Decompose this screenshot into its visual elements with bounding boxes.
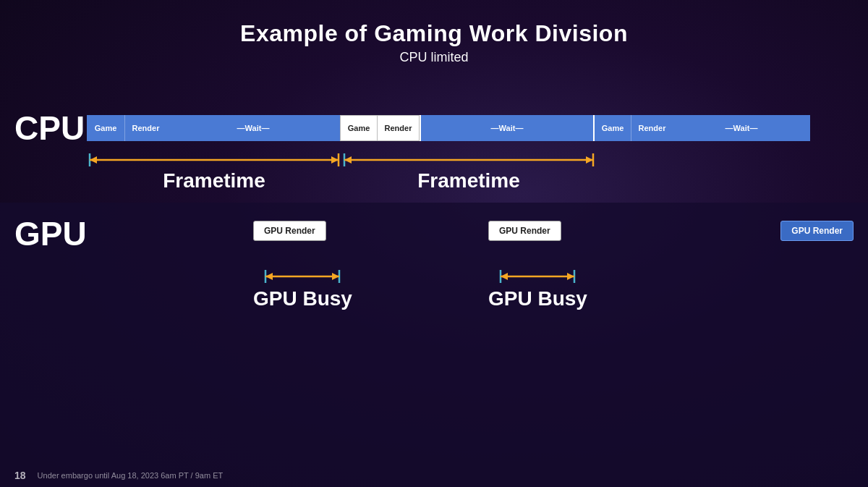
slide: Example of Gaming Work Division CPU limi…: [0, 0, 868, 487]
gpu-section: GPU GPU Render GPU Render GPU Render: [0, 203, 868, 487]
gpu-render-badge-2: GPU Render: [488, 221, 561, 241]
title-area: Example of Gaming Work Division CPU limi…: [240, 20, 628, 65]
gpu-bar-area: GPU Render GPU Render GPU Render: [87, 221, 854, 247]
frametime-arrow-2: [341, 152, 596, 168]
sub-title: CPU limited: [240, 50, 628, 65]
cpu-seg-game-2: Game: [340, 115, 378, 141]
gpu-busy-arrows: GPU Busy GPU Busy: [87, 261, 854, 318]
cpu-seg-render-3: Render: [631, 115, 673, 141]
cpu-timeline-bar: Game Render —Wait— Game Render —Wait— Ga…: [87, 115, 854, 141]
cpu-seg-game-3: Game: [593, 115, 631, 141]
gpu-label: GPU: [14, 214, 87, 253]
svg-marker-14: [332, 273, 339, 280]
gpu-busy-arrow-2: [498, 268, 577, 284]
footer: 18 Under embargo until Aug 18, 2023 6am …: [14, 470, 854, 481]
frametime-label-1: Frametime: [163, 169, 265, 192]
cpu-seg-wait-3: —Wait—: [673, 115, 810, 141]
svg-marker-19: [567, 273, 574, 280]
frametime-arrows: Frametime Frametime: [87, 152, 854, 192]
frametime-1: Frametime: [87, 152, 341, 192]
gpu-render-badge-3: GPU Render: [780, 221, 854, 241]
frametime-label-2: Frametime: [417, 169, 520, 192]
gpu-row: GPU GPU Render GPU Render GPU Render: [0, 214, 868, 253]
svg-marker-8: [344, 156, 352, 164]
gpu-busy-row: GPU Busy GPU Busy: [0, 261, 868, 318]
gpu-busy-2: GPU Busy: [488, 268, 587, 310]
cpu-seg-wait-1: —Wait—: [166, 115, 340, 141]
gpu-busy-1: GPU Busy: [253, 268, 352, 310]
svg-marker-18: [501, 273, 508, 280]
cpu-section: CPU Game Render —Wait— Game Render —Wait…: [0, 109, 868, 192]
svg-marker-13: [265, 273, 273, 280]
frametime-arrow-1: [87, 152, 341, 168]
gpu-busy-label-2: GPU Busy: [488, 287, 587, 310]
cpu-seg-wait-2: —Wait—: [420, 115, 593, 141]
frametime-2: Frametime: [341, 152, 596, 192]
svg-marker-9: [586, 156, 593, 164]
embargo-text: Under embargo until Aug 18, 2023 6am PT …: [38, 471, 224, 480]
gpu-busy-label-1: GPU Busy: [253, 287, 352, 310]
cpu-seg-game-1: Game: [87, 115, 124, 141]
gpu-busy-arrow-1: [263, 268, 342, 284]
cpu-seg-render-1: Render: [124, 115, 166, 141]
cpu-label: CPU: [14, 109, 87, 148]
cpu-seg-render-2: Render: [378, 115, 420, 141]
cpu-row: CPU Game Render —Wait— Game Render —Wait…: [0, 109, 868, 148]
svg-marker-3: [90, 156, 97, 164]
main-title: Example of Gaming Work Division: [240, 20, 628, 47]
svg-marker-4: [331, 156, 339, 164]
page-number: 18: [14, 470, 26, 481]
gpu-render-badge-1: GPU Render: [253, 221, 326, 241]
frametime-row: Frametime Frametime: [0, 152, 868, 192]
